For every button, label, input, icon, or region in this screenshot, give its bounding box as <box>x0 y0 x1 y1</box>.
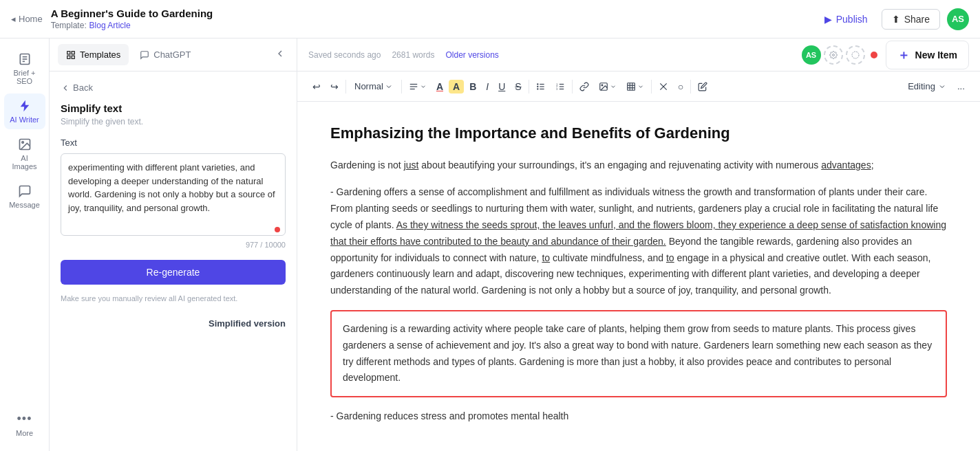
bullet-list-button[interactable] <box>532 79 550 94</box>
align-icon <box>409 82 418 91</box>
table-button[interactable] <box>622 79 648 94</box>
back-arrow-icon <box>61 83 70 93</box>
svg-rect-7 <box>72 51 74 54</box>
share-button[interactable]: ⬆ Share <box>882 9 940 30</box>
publish-icon: ▶ <box>824 14 832 25</box>
dots-icon: ••• <box>17 412 32 426</box>
highlight-button[interactable]: A <box>449 80 464 94</box>
svg-point-20 <box>537 88 537 89</box>
tab-templates-label: Templates <box>80 50 120 60</box>
table-icon <box>626 82 636 91</box>
text-color-button[interactable]: A <box>432 78 447 95</box>
italic-button[interactable]: I <box>482 78 493 95</box>
chevron-down-img-icon <box>610 83 617 90</box>
redo-icon: ↪ <box>330 81 339 92</box>
publish-button[interactable]: ▶ Publish <box>818 10 875 29</box>
share-icon: ⬆ <box>892 14 900 25</box>
svg-point-28 <box>601 85 603 86</box>
para1-text: Gardening is not just about beautifying … <box>330 160 874 170</box>
pencil-edit-button[interactable] <box>694 79 712 94</box>
icon-sidebar: Brief + SEO AI Writer AI Images Message … <box>0 38 50 451</box>
numbered-list-button[interactable]: 123 <box>551 79 569 94</box>
regenerate-button[interactable]: Re-generate <box>61 260 286 285</box>
chevron-down-icon <box>385 82 393 91</box>
new-item-button[interactable]: ＋ New Item <box>886 41 969 69</box>
new-item-label: New Item <box>915 50 957 60</box>
panel-tabs: Templates ChatGPT <box>50 38 297 72</box>
document-icon <box>18 52 32 66</box>
sidebar-label-brief-seo: Brief + SEO <box>8 69 41 85</box>
editing-mode-label: Editing <box>908 81 935 91</box>
tab-chatgpt[interactable]: ChatGPT <box>131 44 199 65</box>
svg-point-18 <box>537 83 537 84</box>
image-insert-button[interactable] <box>595 79 621 94</box>
highlighted-paragraph: Gardening is a rewarding activity where … <box>330 310 947 397</box>
circle-dashed-icon <box>851 51 860 59</box>
image-icon <box>18 138 32 151</box>
sidebar-label-ai-writer: AI Writer <box>10 116 39 124</box>
home-link[interactable]: ◂ Home <box>11 14 43 24</box>
highlighted-text: Gardening is a rewarding activity where … <box>343 321 935 386</box>
template-name-link[interactable]: Blog Article <box>89 21 131 30</box>
redo-button[interactable]: ↪ <box>326 78 343 95</box>
toolbar-separator-4 <box>572 80 573 94</box>
align-button[interactable] <box>405 79 431 94</box>
left-panel: Templates ChatGPT Back Simplify text Sim… <box>50 38 297 451</box>
sidebar-item-more[interactable]: ••• More <box>4 406 45 443</box>
doc-para-2: - Gardening offers a sense of accomplish… <box>330 184 947 299</box>
avatar-as[interactable]: AS <box>802 45 821 65</box>
older-versions-link[interactable]: Older versions <box>445 50 498 60</box>
bold-button[interactable]: B <box>465 78 480 95</box>
new-item-plus-icon: ＋ <box>897 47 910 63</box>
strikethrough-button[interactable]: S <box>511 78 525 95</box>
chevron-down-table-icon <box>637 83 644 90</box>
back-button[interactable]: Back <box>61 82 93 93</box>
numbered-list-icon: 123 <box>555 82 565 91</box>
svg-point-19 <box>537 86 537 87</box>
toolbar-separator-3 <box>529 80 529 94</box>
notification-dot <box>871 52 877 58</box>
sidebar-item-brief-seo[interactable]: Brief + SEO <box>4 47 45 91</box>
more-options-icon: ... <box>957 81 965 91</box>
home-arrow-icon: ◂ <box>11 14 16 24</box>
sidebar-item-ai-writer[interactable]: AI Writer <box>4 94 45 129</box>
share-label: Share <box>904 14 930 25</box>
chat-icon <box>18 184 32 198</box>
grid-icon <box>66 50 76 60</box>
format-style-dropdown[interactable]: Normal <box>349 78 398 94</box>
doc-heading: Emphasizing the Importance and Benefits … <box>330 124 947 144</box>
text-input-wrapper <box>61 153 286 238</box>
word-count: 2681 words <box>392 50 434 60</box>
underline-button[interactable]: U <box>494 78 509 95</box>
char-count: 977 / 10000 <box>61 241 286 249</box>
doc-para-1: Gardening is not just about beautifying … <box>330 157 947 174</box>
user-avatars: AS <box>802 45 865 65</box>
formula-button[interactable] <box>654 79 672 94</box>
avatar-add-slot[interactable] <box>846 45 865 65</box>
undo-button[interactable]: ↩ <box>308 78 325 95</box>
link-button[interactable] <box>575 79 593 94</box>
simplified-version-label: Simplified version <box>61 318 286 329</box>
link-icon <box>579 82 589 91</box>
bullet-list-icon <box>536 82 546 91</box>
svg-point-10 <box>832 54 834 56</box>
sidebar-item-message[interactable]: Message <box>4 179 45 214</box>
regenerate-label: Re-generate <box>147 267 200 278</box>
collapse-panel-button[interactable] <box>272 45 288 64</box>
format-toolbar: ↩ ↪ Normal A A B I U S <box>297 72 980 102</box>
svg-rect-9 <box>72 56 74 58</box>
tab-chatgpt-label: ChatGPT <box>153 50 191 60</box>
simplify-text-input[interactable] <box>61 153 286 236</box>
editing-mode-button[interactable]: Editing <box>902 78 952 94</box>
svg-rect-8 <box>67 56 70 58</box>
sidebar-item-ai-images[interactable]: AI Images <box>4 132 45 176</box>
more-options-button[interactable]: ... <box>953 78 969 94</box>
tab-templates[interactable]: Templates <box>58 44 129 65</box>
panel-section-desc: Simplify the given text. <box>61 117 286 126</box>
avatar-empty-slot[interactable] <box>824 45 843 65</box>
settings-icon <box>829 51 838 59</box>
user-avatar[interactable]: AS <box>947 8 969 30</box>
chat-bubble-icon <box>140 50 149 60</box>
more-format-button[interactable]: ○ <box>674 78 688 95</box>
chevron-down-editing-icon <box>938 82 946 91</box>
